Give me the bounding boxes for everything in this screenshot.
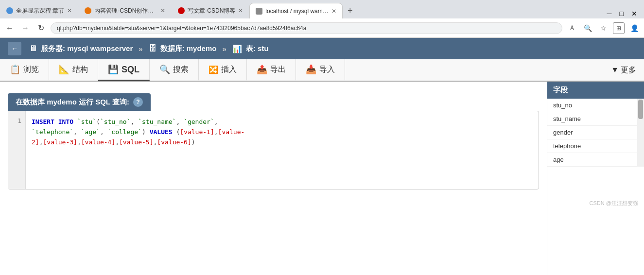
toolbar-import[interactable]: 📥 导入: [296, 59, 345, 81]
tab-3-icon: [178, 7, 185, 14]
paren-open: (: [96, 118, 100, 125]
toolbar-browse[interactable]: 📋 浏览: [0, 59, 49, 81]
val2: [value-: [218, 128, 245, 136]
zoom-icon[interactable]: 🔍: [582, 22, 593, 34]
toolbar-more[interactable]: ▼ 更多: [603, 59, 644, 81]
back-nav-button[interactable]: ←: [8, 42, 21, 55]
fields-header: 字段: [547, 82, 644, 99]
tab-3[interactable]: 写文章-CSDN博客 ✕: [172, 3, 249, 18]
toolbar-insert[interactable]: 🔀 插入: [199, 59, 247, 81]
field-age[interactable]: age: [547, 153, 637, 167]
tab-4-close[interactable]: ✕: [331, 8, 336, 15]
line-numbers: 1: [8, 111, 26, 189]
sep-1: »: [139, 45, 142, 53]
close-button[interactable]: ✕: [628, 9, 640, 18]
reload-button[interactable]: ↻: [35, 22, 47, 34]
tab-1[interactable]: 全屏显示课程 章节 ✕: [0, 3, 78, 18]
field-stu-name[interactable]: stu_name: [547, 112, 637, 126]
tab-2-label: 内容管理-CSDN创作中心: [94, 7, 157, 15]
toolbar-structure[interactable]: 📐 结构: [49, 59, 98, 81]
pma-header: ← 🖥 服务器: mysql wampserver » 🗄 数据库: mydem…: [0, 38, 644, 59]
tab-4-icon: [256, 8, 262, 15]
structure-label: 结构: [72, 65, 88, 75]
pma-main: 在数据库 mydemo 运行 SQL 查询: ? 1 INSERT INTO `…: [0, 82, 547, 275]
favorites-icon[interactable]: ☆: [597, 22, 609, 34]
search-icon: 🔍: [159, 64, 170, 75]
col-gender: `gender`: [184, 118, 214, 125]
insert-label: 插入: [221, 65, 237, 75]
col-college: `college`: [108, 128, 142, 136]
col-age: `age`: [81, 128, 100, 136]
back-button[interactable]: ←: [4, 22, 16, 34]
minimize-button[interactable]: ─: [604, 9, 615, 18]
url-bar[interactable]: ql.php?db=mydemo&table=stu&server=1&targ…: [51, 22, 562, 34]
sql-editor-wrapper: 1 INSERT INTO `stu`(`stu_no`, `stu_name`…: [8, 111, 539, 189]
browse-icon: 📋: [10, 64, 20, 75]
server-label: 服务器: mysql wampserver: [41, 44, 133, 53]
maximize-button[interactable]: □: [617, 9, 627, 18]
sql-editor[interactable]: 1 INSERT INTO `stu`(`stu_no`, `stu_name`…: [8, 111, 539, 189]
pma-content: 在数据库 mydemo 运行 SQL 查询: ? 1 INSERT INTO `…: [0, 82, 644, 275]
profile-icon[interactable]: 👤: [628, 22, 640, 34]
collections-icon[interactable]: ⊞: [613, 22, 625, 34]
tab-2-close[interactable]: ✕: [160, 7, 165, 14]
tab-1-close[interactable]: ✕: [67, 7, 72, 14]
import-icon: 📥: [306, 64, 316, 75]
kw-insert: INSERT INTO: [32, 118, 73, 125]
fields-content: stu_no stu_name gender telephone age: [547, 99, 637, 167]
tab-3-close[interactable]: ✕: [238, 7, 243, 14]
val2b: 2]: [32, 138, 39, 146]
export-icon: 📤: [257, 64, 267, 75]
sql-label: SQL: [122, 65, 139, 75]
address-bar: ← → ↻ ql.php?db=mydemo&table=stu&server=…: [0, 18, 644, 38]
sql-icon: 💾: [108, 64, 119, 75]
pma-wrapper: ← 🖥 服务器: mysql wampserver » 🗄 数据库: mydem…: [0, 38, 644, 275]
toolbar-search[interactable]: 🔍 搜索: [150, 59, 199, 81]
db-label: 数据库: mydemo: [160, 44, 217, 53]
table-icon: 📊: [232, 44, 242, 53]
paren-close: ): [142, 128, 146, 136]
tab-bar: 全屏显示课程 章节 ✕ 内容管理-CSDN创作中心 ✕ 写文章-CSDN博客 ✕…: [0, 0, 644, 18]
sep-2: »: [222, 45, 226, 53]
col-stu-name: `stu_name`: [138, 118, 176, 125]
search-label: 搜索: [173, 65, 189, 75]
fields-panel: 字段 stu_no stu_name gender telephone age …: [547, 82, 644, 275]
new-tab-button[interactable]: +: [343, 3, 357, 18]
code-area[interactable]: INSERT INTO `stu`(`stu_no`, `stu_name`, …: [26, 111, 539, 189]
tab-2[interactable]: 内容管理-CSDN创作中心 ✕: [78, 3, 172, 18]
table-label: 表: stu: [246, 44, 269, 53]
values-close: ): [191, 138, 195, 146]
import-label: 导入: [319, 65, 335, 75]
field-gender[interactable]: gender: [547, 126, 637, 139]
comma1: ,: [214, 128, 218, 136]
structure-icon: 📐: [59, 64, 70, 75]
forward-button[interactable]: →: [19, 22, 31, 34]
toolbar-sql[interactable]: 💾 SQL: [98, 59, 150, 81]
kw-values: VALUES: [150, 128, 173, 136]
tab-2-icon: [85, 7, 91, 14]
scrollbar-thumb: [638, 100, 643, 119]
watermark: CSDN @汪汪想变强: [547, 196, 644, 211]
scrollbar-track[interactable]: [637, 99, 644, 167]
fields-list: stu_no stu_name gender telephone age: [547, 99, 644, 167]
val4: [value-4]: [81, 138, 115, 146]
val5: [value-5]: [119, 138, 153, 146]
help-label: ?: [136, 99, 139, 105]
val1: [value-1]: [180, 128, 214, 136]
browse-label: 浏览: [23, 65, 39, 75]
tab-1-label: 全屏显示课程 章节: [16, 7, 64, 15]
comma4: ,: [115, 138, 119, 146]
val6: [value-6]: [157, 138, 191, 146]
more-icon: ▼: [611, 66, 619, 74]
tab-4[interactable]: localhost / mysql wampserv... ✕: [249, 3, 343, 18]
field-stu-no[interactable]: stu_no: [547, 99, 637, 112]
pma-toolbar: 📋 浏览 📐 结构 💾 SQL 🔍 搜索 🔀 插入 📤 导出 📥 导入 ▼: [0, 59, 644, 82]
read-aloud-icon[interactable]: Ａ: [566, 22, 578, 34]
field-telephone[interactable]: telephone: [547, 139, 637, 153]
toolbar-export[interactable]: 📤 导出: [247, 59, 296, 81]
tbl-name: `stu`: [77, 118, 96, 125]
fields-title: 字段: [553, 86, 568, 94]
help-icon[interactable]: ?: [133, 97, 143, 107]
sql-panel-header: 在数据库 mydemo 运行 SQL 查询: ?: [8, 93, 151, 111]
sql-panel-title: 在数据库 mydemo 运行 SQL 查询:: [16, 98, 129, 107]
